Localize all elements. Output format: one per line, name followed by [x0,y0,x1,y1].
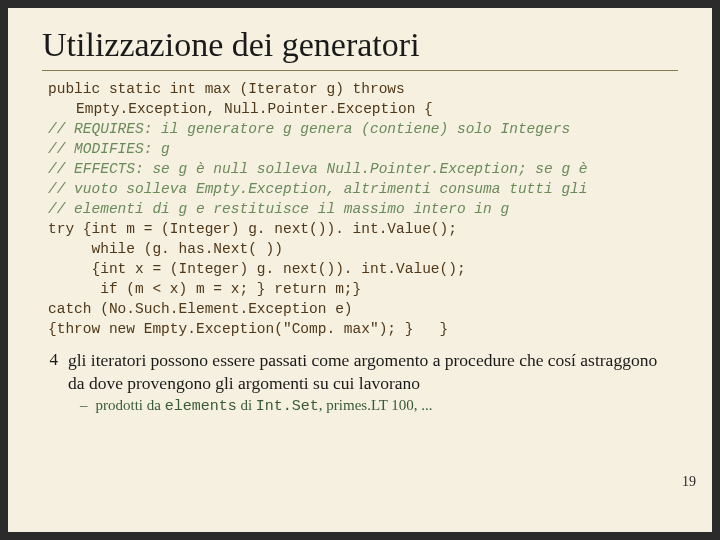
sub-bullet-text: prodotti da elements di Int.Set, primes.… [96,397,433,415]
code-throw: {throw new Empty.Exception("Comp. max");… [48,319,678,339]
code-try-2: while (g. has.Next( )) [48,239,678,259]
code-try-3: {int x = (Integer) g. next()). int.Value… [48,259,678,279]
code-signature-line-1: public static int max (Iterator g) throw… [48,79,678,99]
code-comment-effects-1: // EFFECTS: se g è null solleva Null.Poi… [48,159,678,179]
sub-suffix: , primes.LT 100, ... [319,397,433,413]
dash-icon: – [80,397,88,414]
bullet-text: gli iteratori possono essere passati com… [68,349,678,395]
code-comment-effects-3: // elementi di g e restituisce il massim… [48,199,678,219]
code-comment-requires: // REQUIRES: il generatore g genera (con… [48,119,678,139]
sub-bullet-item: – prodotti da elements di Int.Set, prime… [80,397,678,415]
page-number: 19 [682,474,696,490]
code-try-1: try {int m = (Integer) g. next()). int.V… [48,219,678,239]
code-signature-line-2: Empty.Exception, Null.Pointer.Exception … [48,99,678,119]
sub-prefix: prodotti da [96,397,165,413]
code-catch: catch (No.Such.Element.Exception e) [48,299,678,319]
code-try-4: if (m < x) m = x; } return m;} [48,279,678,299]
slide-title: Utilizzazione dei generatori [42,26,678,64]
bullet-item: 4 gli iteratori possono essere passati c… [36,349,678,395]
code-block: public static int max (Iterator g) throw… [48,79,678,339]
title-underline [42,70,678,71]
code-comment-effects-2: // vuoto solleva Empty.Exception, altrim… [48,179,678,199]
slide: Utilizzazione dei generatori public stat… [8,8,712,532]
sub-mid: di [237,397,256,413]
bullet-number: 4 [36,349,58,371]
sub-intset: Int.Set [256,398,319,415]
sub-elements: elements [165,398,237,415]
code-comment-modifies: // MODIFIES: g [48,139,678,159]
